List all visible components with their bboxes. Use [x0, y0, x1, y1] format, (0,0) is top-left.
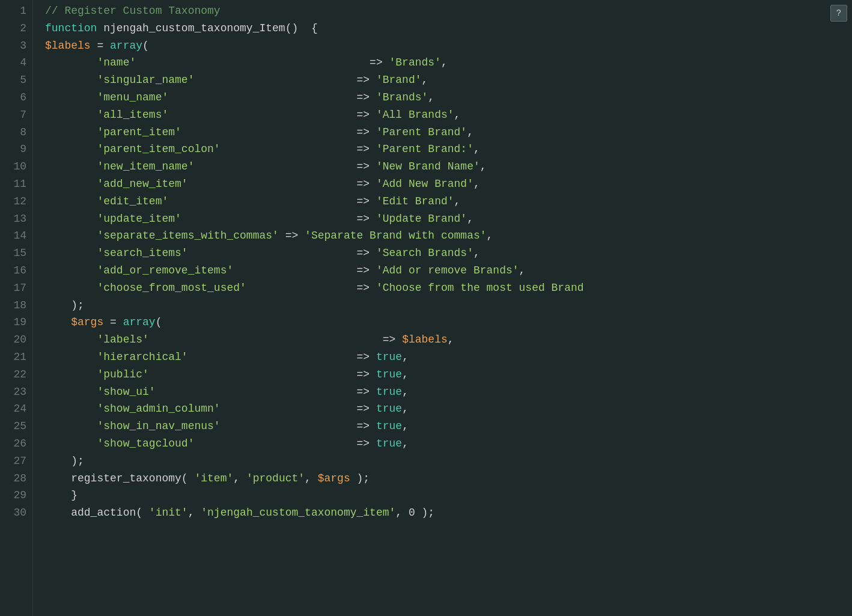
code-token: 'new_item_name'	[97, 160, 194, 172]
help-button[interactable]: ?	[830, 5, 847, 22]
code-token: 'hierarchical'	[97, 351, 187, 363]
code-line: 'add_or_remove_items' => 'Add or remove …	[45, 262, 852, 279]
line-number: 28	[10, 470, 26, 487]
code-token: $labels	[402, 334, 448, 346]
code-token: 'Edit Brand'	[376, 195, 454, 207]
code-token: =>	[357, 195, 376, 207]
code-line: $labels = array(	[45, 37, 852, 55]
line-number: 6	[10, 89, 26, 106]
code-token	[168, 109, 356, 121]
code-token: ,	[448, 334, 454, 346]
line-number: 9	[10, 141, 26, 158]
code-token: 'Separate Brand with commas'	[305, 230, 486, 242]
code-token: ,	[402, 403, 409, 415]
code-token: 'Update Brand'	[376, 213, 467, 225]
code-token	[45, 403, 97, 415]
code-line: );	[45, 453, 852, 470]
code-line: }	[45, 487, 852, 504]
code-line: 'add_new_item' => 'Add New Brand',	[45, 175, 852, 193]
code-token: 'update_item'	[97, 213, 181, 225]
line-number: 15	[10, 245, 26, 262]
code-token: 'parent_item_colon'	[97, 143, 220, 155]
code-token: ,	[519, 264, 526, 276]
code-token: ,	[467, 213, 473, 225]
code-line: 'edit_item' => 'Edit Brand',	[45, 193, 852, 210]
code-token: }	[71, 489, 78, 501]
code-line: 'menu_name' => 'Brands',	[45, 89, 852, 106]
code-token: ,	[480, 160, 487, 172]
code-token: 'New Brand Name'	[376, 160, 480, 172]
code-token: 'add_new_item'	[97, 178, 187, 190]
code-token: =>	[357, 160, 376, 172]
code-token: =>	[357, 264, 376, 276]
code-token: =	[91, 40, 110, 52]
code-token	[221, 420, 357, 432]
line-number: 5	[10, 72, 26, 89]
code-token: ,	[402, 420, 409, 432]
line-number: 17	[10, 279, 26, 297]
code-token	[45, 282, 97, 294]
code-token: 'parent_item'	[97, 126, 181, 138]
code-line: 'separate_items_with_commas' => 'Separat…	[45, 227, 852, 245]
code-token	[149, 368, 357, 380]
code-token: 'Brands'	[389, 56, 441, 69]
code-token: =>	[357, 74, 376, 86]
code-token: ,	[428, 91, 434, 103]
code-token: ,	[402, 368, 409, 380]
code-line: register_taxonomy( 'item', 'product', $a…	[45, 470, 852, 487]
code-line: );	[45, 297, 852, 314]
code-token: =>	[357, 247, 376, 259]
code-token: true	[376, 386, 402, 398]
code-token: 'Brands'	[376, 91, 428, 103]
code-token: function	[45, 22, 103, 34]
code-token: $labels	[45, 40, 91, 52]
code-token	[45, 316, 71, 328]
code-token	[149, 334, 383, 346]
code-line: 'all_items' => 'All Brands',	[45, 106, 852, 124]
code-token	[279, 230, 285, 242]
code-token	[45, 264, 97, 276]
code-token: 'singular_name'	[97, 74, 194, 86]
code-token: =>	[357, 420, 376, 432]
line-number: 4	[10, 54, 26, 72]
code-token: 'show_in_nav_menus'	[97, 420, 220, 432]
code-token: 'menu_name'	[97, 91, 168, 103]
code-token: 'Parent Brand:'	[376, 143, 473, 155]
code-token: 'search_items'	[97, 247, 187, 259]
code-token	[45, 160, 97, 172]
code-token: array	[123, 316, 156, 328]
code-token: );	[45, 299, 84, 311]
code-token	[45, 472, 71, 484]
code-token	[45, 213, 97, 225]
code-token: =>	[370, 56, 389, 69]
code-token: true	[376, 420, 402, 432]
code-token: 'All Brands'	[376, 109, 454, 121]
code-token: =>	[357, 282, 376, 294]
code-token	[45, 143, 97, 155]
code-token	[45, 507, 71, 519]
code-token: 'product'	[246, 472, 305, 484]
code-token: 'Add or remove Brands'	[376, 264, 519, 276]
code-token: =>	[357, 126, 376, 138]
code-token: 'Choose from the most used Brand	[376, 282, 584, 294]
line-number: 29	[10, 487, 26, 504]
code-token	[221, 403, 357, 415]
line-number: 8	[10, 124, 26, 141]
code-token	[45, 195, 97, 207]
line-number: 7	[10, 106, 26, 124]
code-token	[136, 56, 370, 69]
code-token	[194, 438, 356, 450]
code-token: =>	[357, 351, 376, 363]
code-token: (	[156, 316, 162, 328]
line-number: 25	[10, 418, 26, 435]
code-token: =>	[357, 109, 376, 121]
code-token: 'public'	[97, 368, 148, 380]
code-token: );	[45, 455, 84, 467]
code-line: $args = array(	[45, 314, 852, 331]
code-token: true	[376, 351, 402, 363]
code-token: array	[110, 40, 142, 52]
line-number: 22	[10, 366, 26, 383]
code-token: =>	[357, 403, 376, 415]
code-token: njengah_custom_taxonomy_Item() {	[103, 22, 317, 34]
code-line: 'parent_item' => 'Parent Brand',	[45, 124, 852, 141]
